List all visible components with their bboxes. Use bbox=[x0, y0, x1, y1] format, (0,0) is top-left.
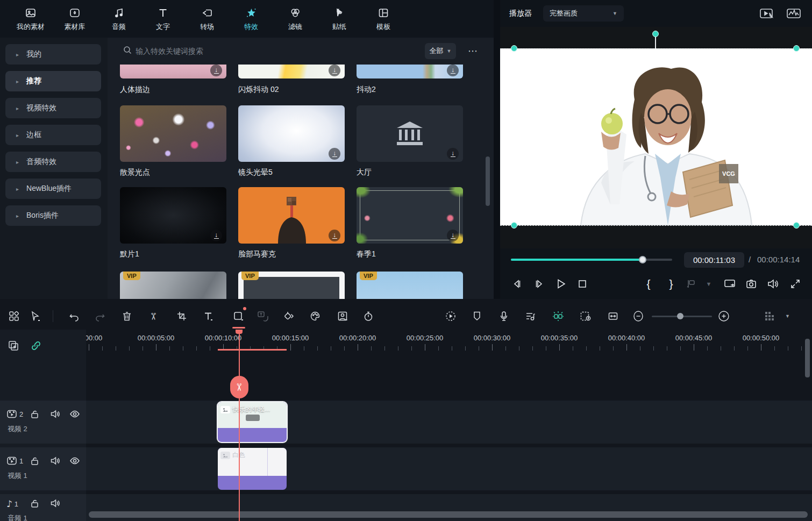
tab-text[interactable]: 文字 bbox=[141, 0, 185, 38]
selection-handle-top-left[interactable] bbox=[511, 45, 517, 52]
select-tool-icon[interactable] bbox=[27, 308, 43, 324]
hide-track-icon[interactable] bbox=[69, 456, 80, 466]
volume-button[interactable] bbox=[766, 277, 780, 291]
zoom-out-button[interactable] bbox=[630, 308, 646, 324]
track-manager-caret[interactable]: ▼ bbox=[785, 313, 790, 319]
mark-out-button[interactable]: } bbox=[664, 277, 678, 291]
timeline-zoom-knob[interactable] bbox=[677, 313, 683, 319]
seek-bar[interactable] bbox=[511, 259, 672, 261]
selection-handle-bottom-left[interactable] bbox=[511, 222, 517, 229]
scopes-icon[interactable] bbox=[786, 7, 801, 20]
keyframe-button[interactable] bbox=[281, 308, 297, 324]
timeline-clip-white[interactable]: 白色 bbox=[218, 448, 287, 490]
tab-my-media[interactable]: 我的素材 bbox=[9, 0, 53, 38]
lock-icon[interactable] bbox=[30, 498, 39, 508]
tab-templates[interactable]: 模板 bbox=[361, 0, 405, 38]
more-options-button[interactable]: ⋯ bbox=[464, 43, 483, 59]
add-track-icon[interactable] bbox=[8, 340, 19, 352]
effect-card-spring1[interactable]: ↓ bbox=[357, 187, 463, 244]
undo-button[interactable] bbox=[66, 308, 82, 324]
tab-transitions[interactable]: 转场 bbox=[185, 0, 229, 38]
effect-card-hall[interactable]: ↓ bbox=[357, 105, 463, 162]
text-tool-button[interactable] bbox=[200, 308, 216, 324]
hide-track-icon[interactable] bbox=[69, 409, 80, 419]
timeline-horizontal-scrollbar[interactable] bbox=[89, 511, 808, 518]
speed-button[interactable] bbox=[360, 308, 376, 324]
download-icon[interactable]: ↓ bbox=[210, 230, 222, 241]
effect-card-face-mosaic[interactable]: ↓ bbox=[238, 187, 345, 244]
track-lane-video1[interactable] bbox=[86, 447, 812, 490]
split-button[interactable]: ✂ bbox=[146, 308, 162, 324]
marker-button[interactable] bbox=[685, 277, 699, 291]
effect-card-silent-film1[interactable]: ↓ bbox=[120, 187, 226, 244]
fullscreen-button[interactable] bbox=[788, 277, 802, 291]
sidebar-item-frames[interactable]: ▸边框 bbox=[5, 125, 101, 145]
audio-mixer-button[interactable] bbox=[522, 308, 538, 324]
selection-handle-bottom-right[interactable] bbox=[793, 222, 800, 229]
auto-ripple-link-icon[interactable] bbox=[30, 340, 42, 352]
delete-button[interactable] bbox=[119, 308, 135, 324]
playhead-handle[interactable] bbox=[236, 330, 243, 334]
preview-canvas[interactable]: VCG bbox=[500, 48, 812, 225]
media-browser-icon[interactable] bbox=[6, 308, 22, 324]
quick-split-mode-button[interactable] bbox=[550, 308, 566, 324]
timeline-ruler[interactable]: 00:00:00 00:00:05:00 00:00:10:00 00:00:1… bbox=[86, 330, 812, 355]
tab-effects[interactable]: 特效 bbox=[229, 0, 273, 38]
effect-card-bokeh[interactable] bbox=[120, 105, 226, 162]
download-icon[interactable]: ↓ bbox=[329, 148, 340, 160]
download-icon[interactable]: ↓ bbox=[329, 230, 340, 241]
effect-card-flicker-shake02[interactable]: ↓ bbox=[238, 65, 345, 78]
effect-card-vip-3[interactable]: VIP bbox=[357, 272, 463, 299]
filter-all-dropdown[interactable]: 全部 ▼ bbox=[425, 43, 456, 59]
sidebar-item-newblue[interactable]: ▸NewBlue插件 bbox=[5, 179, 101, 199]
sidebar-item-boris[interactable]: ▸Boris插件 bbox=[5, 205, 101, 226]
rotation-handle[interactable] bbox=[652, 31, 659, 37]
play-button[interactable] bbox=[554, 277, 568, 291]
quality-dropdown[interactable]: 完整画质 ▼ bbox=[543, 5, 624, 22]
stop-button[interactable] bbox=[575, 277, 589, 291]
preview-render-icon[interactable] bbox=[759, 7, 774, 20]
download-icon[interactable]: ↓ bbox=[447, 65, 459, 76]
effect-card-body-outline[interactable]: ↓ bbox=[120, 65, 226, 78]
effect-card-vip-1[interactable]: VIP bbox=[120, 272, 226, 299]
zoom-in-button[interactable] bbox=[716, 308, 732, 324]
record-voiceover-button[interactable] bbox=[496, 308, 512, 324]
portrait-cutout-button[interactable] bbox=[334, 308, 351, 324]
selection-handle-top-right[interactable] bbox=[793, 45, 800, 52]
mute-track-icon[interactable] bbox=[50, 409, 60, 419]
add-marker-button[interactable] bbox=[469, 308, 485, 324]
download-icon[interactable]: ↓ bbox=[210, 65, 222, 76]
screen-record-button[interactable] bbox=[578, 308, 594, 324]
sidebar-item-mine[interactable]: ▸我的 bbox=[5, 44, 101, 65]
crop-button[interactable] bbox=[174, 308, 190, 324]
sidebar-item-audio-effects[interactable]: ▸音频特效 bbox=[5, 152, 101, 172]
timeline-vertical-scrollbar[interactable] bbox=[805, 339, 810, 377]
search-input[interactable] bbox=[136, 44, 394, 58]
lock-icon[interactable] bbox=[30, 456, 39, 466]
playhead-line[interactable] bbox=[239, 330, 240, 521]
render-preview-button[interactable] bbox=[443, 308, 459, 324]
marker-chevron-icon[interactable]: ▼ bbox=[702, 277, 716, 291]
mark-in-button[interactable]: { bbox=[642, 277, 656, 291]
tab-stickers[interactable]: 贴纸 bbox=[317, 0, 361, 38]
lock-icon[interactable] bbox=[30, 409, 39, 419]
effect-card-shake2[interactable]: ↓ bbox=[357, 65, 463, 78]
seek-knob[interactable] bbox=[639, 256, 646, 263]
download-icon[interactable]: ↓ bbox=[447, 230, 459, 241]
tab-media-library[interactable]: 素材库 bbox=[53, 0, 97, 38]
tab-filters[interactable]: 滤镜 bbox=[273, 0, 317, 38]
mute-track-icon[interactable] bbox=[50, 498, 60, 508]
mute-track-icon[interactable] bbox=[50, 456, 60, 466]
track-manager-button[interactable] bbox=[761, 308, 778, 324]
track-lane-video2[interactable] bbox=[86, 401, 812, 444]
redo-button[interactable] bbox=[92, 308, 108, 324]
mask-tool-button[interactable] bbox=[230, 308, 246, 324]
sidebar-item-video-effects[interactable]: ▸视频特效 bbox=[5, 98, 101, 118]
effects-scrollbar[interactable] bbox=[486, 156, 490, 206]
next-frame-button[interactable] bbox=[532, 277, 546, 291]
mirror-display-button[interactable] bbox=[723, 277, 737, 291]
timeline-clip-selected[interactable]: 快乐的年轻... bbox=[218, 402, 287, 442]
effect-card-vip-2[interactable]: VIP bbox=[238, 272, 345, 299]
snapshot-button[interactable] bbox=[744, 277, 758, 291]
download-icon[interactable]: ↓ bbox=[329, 65, 340, 76]
